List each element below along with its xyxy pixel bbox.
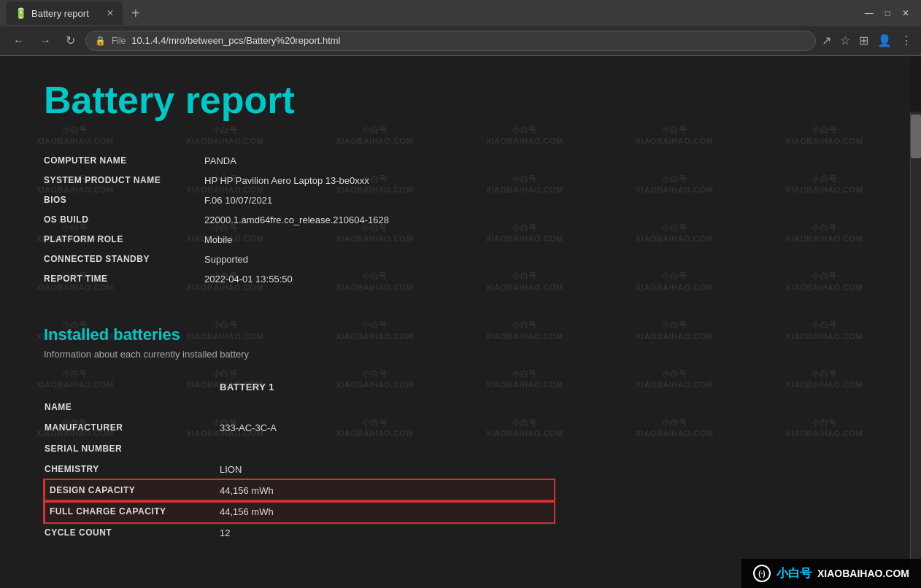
- table-row: OS BUILD 22000.1.amd64fre.co_release.210…: [44, 210, 866, 230]
- new-tab-button[interactable]: +: [126, 5, 146, 22]
- info-value: 2022-04-01 13:55:50: [204, 269, 866, 289]
- address-bar[interactable]: 🔒 File 10.1.4.4/mro/between_pcs/Battery%…: [85, 31, 816, 51]
- full-charge-capacity-row: FULL CHARGE CAPACITY 44,156 mWh: [45, 501, 554, 522]
- nav-bar: ← → ↻ 🔒 File 10.1.4.4/mro/between_pcs/Ba…: [0, 26, 921, 55]
- table-row: MANUFACTURER 333-AC-3C-A: [45, 417, 554, 438]
- browser-chrome: 🔋 Battery report ✕ + — □ ✕ ← → ↻ 🔒 File …: [0, 0, 921, 56]
- battery-value: [220, 397, 554, 417]
- scrollbar[interactable]: [910, 112, 921, 588]
- profile-icon[interactable]: 👤: [877, 34, 892, 47]
- info-value: Mobile: [204, 230, 866, 249]
- back-button[interactable]: ←: [9, 31, 29, 50]
- battery-value: 333-AC-3C-A: [220, 417, 554, 438]
- table-row: NAME: [45, 397, 554, 417]
- page-content: Battery report COMPUTER NAME PANDA SYSTE…: [0, 56, 910, 573]
- section-subtitle: Information about each currently install…: [44, 349, 866, 360]
- battery-key: DESIGN CAPACITY: [45, 480, 220, 501]
- installed-batteries-section: Installed batteries Information about ea…: [44, 325, 866, 543]
- brand-suffix: XIAOBAIHAO.COM: [817, 568, 909, 579]
- battery-key: CHEMISTRY: [45, 459, 220, 480]
- brand-icon: (·): [753, 565, 771, 582]
- info-value: HP HP Pavilion Aero Laptop 13-be0xxx: [204, 171, 866, 190]
- content-area: 小白号XIAOBAIHAO.COM 小白号XIAOBAIHAO.COM 小白号X…: [0, 56, 910, 588]
- info-value: Supported: [204, 249, 866, 269]
- battery-value: 44,156 mWh: [220, 501, 554, 522]
- tab-close-button[interactable]: ✕: [107, 8, 114, 18]
- tab-favicon: 🔋: [15, 7, 27, 19]
- info-key: REPORT TIME: [44, 269, 204, 289]
- address-text: 10.1.4.4/mro/between_pcs/Battery%20repor…: [131, 35, 340, 46]
- scrollbar-thumb[interactable]: [911, 115, 921, 158]
- file-label: File: [112, 36, 126, 46]
- close-window-button[interactable]: ✕: [902, 8, 909, 18]
- forward-button[interactable]: →: [35, 31, 55, 50]
- table-row: SYSTEM PRODUCT NAME HP HP Pavilion Aero …: [44, 171, 866, 190]
- nav-actions: ↗ ☆ ⊞ 👤 ⋮: [822, 34, 912, 47]
- table-row: BIOS F.06 10/07/2021: [44, 190, 866, 210]
- battery-header-row: BATTERY 1: [45, 377, 554, 397]
- brand-bar: (·) 小白号 XIAOBAIHAO.COM: [741, 559, 921, 588]
- design-capacity-row: DESIGN CAPACITY 44,156 mWh: [45, 480, 554, 501]
- info-value: 22000.1.amd64fre.co_release.210604-1628: [204, 210, 866, 230]
- brand-name: 小白号: [777, 566, 812, 581]
- info-key: OS BUILD: [44, 210, 204, 230]
- page-title: Battery report: [44, 78, 866, 122]
- table-row: CONNECTED STANDBY Supported: [44, 249, 866, 269]
- table-row: CHEMISTRY LION: [45, 459, 554, 480]
- active-tab[interactable]: 🔋 Battery report ✕: [6, 1, 123, 25]
- table-row: CYCLE COUNT 12: [45, 522, 554, 543]
- window-controls: — □ ✕: [865, 8, 915, 18]
- table-row: REPORT TIME 2022-04-01 13:55:50: [44, 269, 866, 289]
- section-title: Installed batteries: [44, 325, 866, 344]
- table-row: SERIAL NUMBER: [45, 438, 554, 459]
- security-icon: 🔒: [95, 36, 106, 46]
- menu-icon[interactable]: ⋮: [901, 34, 912, 47]
- battery-key: CYCLE COUNT: [45, 522, 220, 543]
- minimize-button[interactable]: —: [865, 8, 874, 18]
- system-info-table: COMPUTER NAME PANDA SYSTEM PRODUCT NAME …: [44, 151, 866, 289]
- tab-bar: 🔋 Battery report ✕ + — □ ✕: [0, 0, 921, 26]
- battery-value: 44,156 mWh: [220, 480, 554, 501]
- battery-value: [220, 438, 554, 459]
- tab-title: Battery report: [31, 8, 89, 19]
- battery-key: NAME: [45, 397, 220, 417]
- battery-value: 12: [220, 522, 554, 543]
- info-key: COMPUTER NAME: [44, 151, 204, 171]
- battery-key: FULL CHARGE CAPACITY: [45, 501, 220, 522]
- refresh-button[interactable]: ↻: [61, 31, 80, 50]
- info-key: BIOS: [44, 190, 204, 210]
- bookmark-icon[interactable]: ☆: [840, 34, 850, 47]
- table-row: COMPUTER NAME PANDA: [44, 151, 866, 171]
- info-value: PANDA: [204, 151, 866, 171]
- info-key: CONNECTED STANDBY: [44, 249, 204, 269]
- battery-value: LION: [220, 459, 554, 480]
- table-row: PLATFORM ROLE Mobile: [44, 230, 866, 249]
- battery-table: BATTERY 1 NAME MANUFACTURER 333-AC-3C-A: [44, 377, 555, 543]
- info-key: SYSTEM PRODUCT NAME: [44, 171, 204, 190]
- battery-key: MANUFACTURER: [45, 417, 220, 438]
- battery-key: SERIAL NUMBER: [45, 438, 220, 459]
- maximize-button[interactable]: □: [885, 8, 890, 18]
- share-icon[interactable]: ↗: [822, 34, 831, 47]
- battery-header-label: BATTERY 1: [220, 377, 554, 397]
- info-key: PLATFORM ROLE: [44, 230, 204, 249]
- split-screen-icon[interactable]: ⊞: [859, 34, 868, 47]
- info-value: F.06 10/07/2021: [204, 190, 866, 210]
- battery-header-empty: [45, 377, 220, 397]
